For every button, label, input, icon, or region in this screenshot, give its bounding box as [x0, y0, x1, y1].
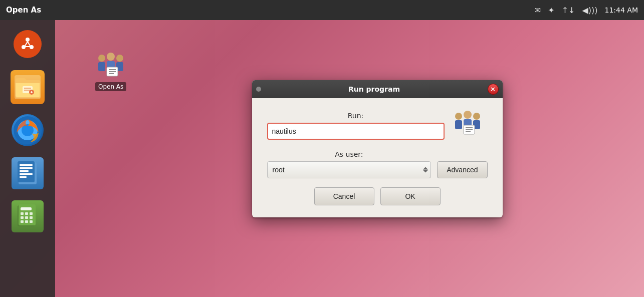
mail-icon: ✉: [534, 6, 541, 15]
dialog-titlebar: Run program ×: [252, 80, 503, 98]
svg-point-1: [26, 38, 30, 42]
svg-rect-23: [20, 170, 29, 172]
svg-point-53: [473, 113, 480, 120]
top-bar-right: ✉ ✦ ↑↓ ◀))) 11:44 AM: [534, 6, 638, 15]
sidebar-item-folder[interactable]: [8, 67, 48, 107]
svg-rect-50: [455, 120, 462, 129]
program-icon-area: [453, 108, 488, 143]
sidebar-item-calc[interactable]: [8, 196, 48, 236]
svg-rect-25: [20, 176, 27, 178]
svg-rect-40: [98, 62, 105, 71]
ubuntu-icon: [14, 30, 42, 58]
desktop-area: Open As Run program × Run:: [55, 20, 644, 297]
clock: 11:44 AM: [605, 6, 638, 14]
svg-rect-5: [23, 86, 33, 93]
user-select-wrap: root user: [267, 161, 432, 178]
run-row: Run:: [267, 108, 488, 143]
top-bar: Open As ✉ ✦ ↑↓ ◀))) 11:44 AM: [0, 0, 644, 20]
svg-rect-29: [21, 212, 24, 215]
run-label: Run:: [348, 112, 364, 120]
folder-icon: [11, 70, 45, 104]
dialog-overlay: Run program × Run:: [110, 40, 644, 297]
sidebar: [0, 20, 55, 297]
svg-point-49: [455, 113, 462, 120]
calc-icon: [12, 200, 44, 232]
top-bar-title: Open As: [6, 6, 41, 15]
dialog-buttons-row: Cancel OK: [267, 187, 488, 205]
advanced-button[interactable]: Advanced: [437, 161, 487, 178]
sidebar-item-ubuntu[interactable]: [8, 24, 48, 64]
as-user-left: As user: root user: [267, 150, 432, 178]
run-left: Run:: [267, 112, 445, 140]
svg-rect-36: [25, 220, 28, 223]
svg-rect-28: [21, 207, 32, 210]
user-select[interactable]: root user: [267, 161, 432, 178]
bluetooth-icon: ✦: [548, 6, 554, 15]
svg-rect-21: [20, 164, 33, 166]
svg-point-8: [29, 90, 34, 95]
run-input[interactable]: [267, 123, 445, 140]
run-program-dialog: Run program × Run:: [252, 80, 503, 217]
svg-rect-37: [30, 220, 33, 223]
dialog-title: Run program: [265, 85, 484, 93]
cancel-button[interactable]: Cancel: [314, 187, 374, 205]
svg-point-39: [98, 55, 105, 62]
titlebar-dot: [256, 87, 261, 92]
sidebar-item-firefox[interactable]: [8, 110, 48, 150]
svg-point-51: [464, 111, 472, 119]
writer-icon: [12, 157, 44, 189]
svg-rect-31: [30, 212, 33, 215]
program-icon: [453, 108, 483, 138]
firefox-icon: [12, 114, 44, 146]
svg-rect-35: [21, 220, 24, 223]
ok-button[interactable]: OK: [380, 187, 441, 205]
svg-rect-22: [20, 167, 33, 169]
dialog-body: Run:: [252, 98, 503, 217]
sidebar-item-writer[interactable]: [8, 153, 48, 193]
dialog-close-button[interactable]: ×: [488, 84, 499, 95]
as-user-row: As user: root user Advanced: [267, 150, 488, 178]
as-user-label: As user:: [335, 150, 363, 158]
svg-rect-34: [30, 216, 33, 219]
volume-icon: ◀))): [582, 6, 598, 15]
svg-rect-32: [21, 216, 24, 219]
svg-rect-24: [20, 173, 33, 175]
svg-rect-30: [25, 212, 28, 215]
svg-rect-33: [25, 216, 28, 219]
network-icon: ↑↓: [562, 6, 575, 15]
